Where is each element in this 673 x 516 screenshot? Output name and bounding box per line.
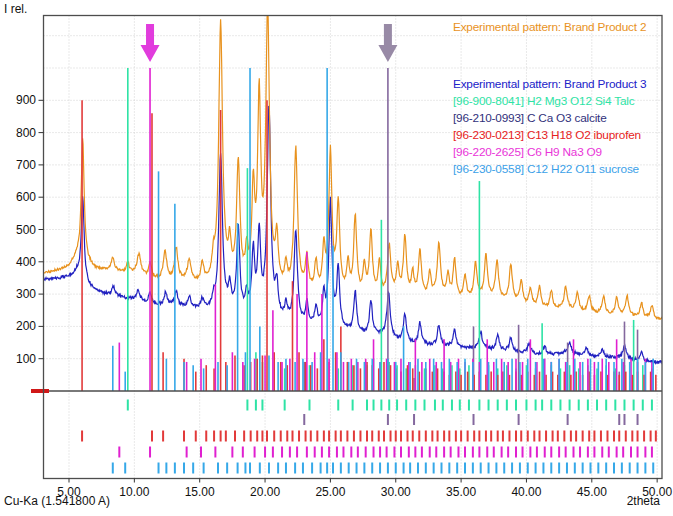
reference-sticks-96-230-0213 — [82, 100, 656, 391]
svg-text:15.00: 15.00 — [185, 485, 215, 499]
annotation-arrow-magenta — [141, 24, 160, 62]
svg-text:35.00: 35.00 — [446, 485, 476, 499]
tick-row-96-210-0993 — [304, 414, 637, 425]
svg-text:10.00: 10.00 — [119, 485, 149, 499]
svg-text:45.00: 45.00 — [577, 485, 607, 499]
svg-text:300: 300 — [16, 287, 36, 301]
tick-row-96-900-8041 — [128, 400, 652, 411]
y-axis-title: I rel. — [4, 2, 27, 16]
svg-text:100: 100 — [16, 352, 36, 366]
anode-wavelength-label: Cu-Ka (1.541800 A) — [4, 494, 110, 508]
legend-entry-experimental-brand-product-2: Experimental pattern: Brand Product 2 — [453, 20, 663, 34]
legend-entry-phase-ibuprofen: [96-230-0213] C13 H18 O2 ibuprofen — [453, 128, 663, 142]
svg-text:25.00: 25.00 — [315, 485, 345, 499]
svg-text:400: 400 — [16, 255, 36, 269]
svg-text:800: 800 — [16, 126, 36, 140]
svg-text:30.00: 30.00 — [381, 485, 411, 499]
legend-entry-phase-sucrose: [96-230-0558] C12 H22 O11 sucrose — [453, 162, 663, 176]
annotation-arrow-gray — [378, 24, 397, 62]
x-axis-title: 2theta — [627, 494, 660, 508]
svg-text:20.00: 20.00 — [250, 485, 280, 499]
svg-text:200: 200 — [16, 319, 36, 333]
legend-entry-phase-talc: [96-900-8041] H2 Mg3 O12 Si4 Talc — [453, 94, 663, 108]
svg-text:900: 900 — [16, 93, 36, 107]
svg-text:600: 600 — [16, 190, 36, 204]
legend-entry-experimental-brand-product-3: Experimental pattern: Brand Product 3 — [453, 77, 663, 91]
svg-text:700: 700 — [16, 158, 36, 172]
svg-text:500: 500 — [16, 223, 36, 237]
legend-entry-phase-calcite: [96-210-0993] C Ca O3 calcite — [453, 111, 663, 125]
xrd-analysis-view: I rel. 1002003004005006007008009005.0010… — [0, 0, 673, 516]
tick-row-96-230-0213 — [82, 431, 656, 442]
legend-entry-phase-sodium-salt: [96-220-2625] C6 H9 Na3 O9 — [453, 145, 663, 159]
svg-text:40.00: 40.00 — [511, 485, 541, 499]
tick-row-96-230-0558 — [113, 463, 653, 474]
